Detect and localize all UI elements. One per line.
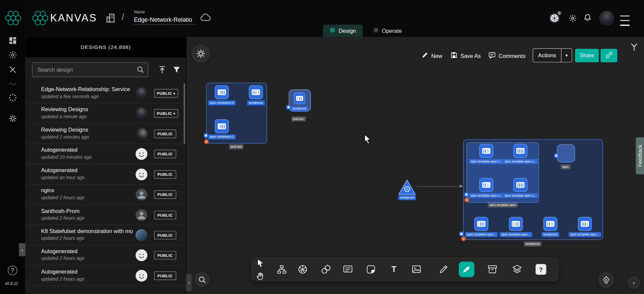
visibility-badge[interactable]: PUBLIC [154,251,176,260]
import-design-icon[interactable] [158,65,167,74]
pod-icon[interactable] [249,85,263,99]
user-avatar[interactable] [599,11,614,25]
drawer-tool[interactable] [487,264,498,275]
flowchart-tool[interactable] [276,264,287,275]
service-node[interactable] [398,179,416,197]
node-spec[interactable] [557,144,575,162]
brand-logo-icon[interactable] [32,10,49,28]
feedback-tab[interactable]: Feedback [636,137,644,174]
filter-icon[interactable] [172,66,180,74]
dashboard-icon[interactable] [8,36,17,46]
list-item[interactable]: Autogenerated updated 10 minutes ago PUB… [26,144,185,164]
visibility-badge[interactable]: PUBLIC [154,170,176,179]
meshery-notification-button[interactable]: 1 [549,12,560,24]
toolbox-icon[interactable] [8,64,17,74]
count-badge[interactable]: 1 [461,237,466,241]
brush-tool-active[interactable] [459,262,475,277]
design-updated: updated 2 hours ago [41,236,84,241]
text-tool[interactable]: T [388,264,399,275]
component-badge-icon[interactable] [459,232,464,236]
help-tool[interactable]: ? [536,264,546,275]
pod-icon[interactable] [215,85,229,99]
visibility-badge[interactable]: PUBLIC▾ [154,89,178,98]
kanvas-flower-icon[interactable] [8,114,17,123]
select-cursor-tool[interactable] [256,258,265,267]
help-button[interactable]: ? [8,266,17,275]
design-name-input[interactable] [134,16,194,24]
panel-scrollbar[interactable] [183,83,185,144]
pod-icon[interactable] [479,144,493,158]
visibility-badge[interactable]: PUBLIC [154,150,176,158]
new-button[interactable]: New [421,51,442,61]
pod-icon[interactable] [215,119,229,133]
pod-icon[interactable] [514,178,528,192]
component-badge-icon[interactable] [464,192,469,197]
list-item[interactable]: K8 Statefulset demonstration with mo upd… [26,225,185,245]
list-item[interactable]: Autogenerated updated an hour ago PUBLIC [26,164,185,185]
performance-line-icon[interactable] [8,79,17,88]
pod-icon[interactable] [578,217,592,231]
visibility-badge[interactable]: PUBLIC [154,211,176,219]
list-item[interactable]: Santhosh-Prom updated 2 hours ago PUBLIC [26,205,185,225]
list-item[interactable]: Edge-Network-Relationship: Service updat… [26,83,185,103]
notifications-bell-icon[interactable] [583,13,592,22]
component-badge-icon[interactable] [204,133,208,138]
pod-icon[interactable] [479,178,493,192]
lifecycle-gear-icon[interactable] [8,50,17,60]
share-button[interactable]: Share [575,49,599,62]
sidebar-expand-button[interactable]: › [19,243,25,256]
pod-icon[interactable] [514,144,528,158]
comments-button[interactable]: Comments [488,51,526,61]
kanvas-menu-button[interactable] [192,45,210,63]
kanvas-logo-icon[interactable] [5,10,21,28]
count-badge[interactable]: 2 [204,139,209,144]
zoom-button[interactable] [195,272,209,287]
component-badge-icon[interactable] [286,105,290,109]
collapse-panel-button[interactable]: ‹ [186,274,192,291]
pod-icon[interactable] [474,217,488,231]
visibility-badge[interactable]: PUBLIC [154,272,176,280]
visibility-badge[interactable]: PUBLIC [154,190,176,199]
visibility-badge[interactable]: PUBLIC [154,231,176,239]
pod-icon[interactable] [294,93,305,104]
node-name-label: pod-ecc [291,117,306,122]
pod-icon[interactable] [509,217,523,231]
organization-icon[interactable] [105,13,116,23]
pointer-pen-button[interactable] [598,272,614,288]
component-badge-icon[interactable] [554,153,558,158]
list-item[interactable]: nginx updated 2 hours ago PUBLIC [26,185,185,205]
design-title: Reviewing Designs [41,127,135,133]
pencil-tool[interactable] [438,264,449,275]
settings-gear-icon[interactable] [569,14,577,23]
save-as-button[interactable]: Save As [450,51,481,61]
save-icon [450,52,458,60]
designs-panel-title: DESIGNS (24,898) [25,37,186,57]
layers-tool[interactable] [512,264,523,275]
list-item[interactable]: Autogenerated updated 2 hours ago PUBLIC [26,266,185,286]
design-title: Reviewing Designs [41,106,135,112]
copy-link-button[interactable] [600,49,617,62]
count-badge[interactable]: 3 [465,198,469,202]
visibility-badge[interactable]: PUBLIC [154,130,176,138]
sticker-tool[interactable] [366,264,376,275]
list-item[interactable]: Autogenerated updated 2 hours ago PUBLIC [26,245,185,265]
visibility-badge[interactable]: PUBLIC▾ [154,109,178,118]
notes-tool[interactable] [342,264,353,275]
design-updated: updated 2 hours ago [41,195,84,200]
kubernetes-tool[interactable] [298,264,308,275]
search-input[interactable] [32,62,149,77]
actions-dropdown-button[interactable]: Actions ▾ [533,48,572,62]
caret-down-icon[interactable]: ▾ [561,49,572,62]
tab-operate[interactable]: Operate [367,24,408,37]
dots-circle-icon[interactable] [8,93,17,102]
pod-icon[interactable] [543,217,557,231]
tab-design[interactable]: Design [323,24,363,37]
pan-hand-tool[interactable] [256,272,265,281]
list-item[interactable]: Reviewing Designs updated 2 minutes ago … [26,124,185,144]
shapes-tool[interactable] [321,264,331,275]
menu-hamburger-icon[interactable] [620,13,630,27]
image-tool[interactable] [411,264,422,275]
versions-branch-icon[interactable] [629,42,639,52]
list-item[interactable]: Reviewing Designs updated a minute ago P… [26,103,185,124]
collapse-right-button[interactable]: ‹ [628,276,640,289]
